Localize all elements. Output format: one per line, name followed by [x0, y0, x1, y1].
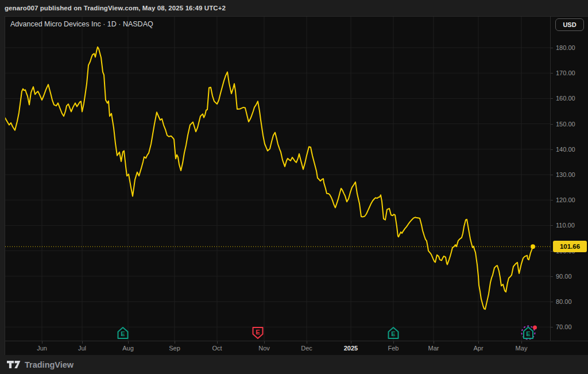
time-axis-label: May [509, 345, 534, 352]
time-scale[interactable]: JunJulAugSepOctNovDec2025FebMarAprMay [5, 341, 588, 356]
price-line-series [5, 47, 533, 310]
time-axis-label: Apr [466, 345, 491, 352]
time-axis-label: Nov [252, 345, 277, 352]
tradingview-logo-text: TradingView [25, 360, 74, 369]
time-axis-label: Dec [294, 345, 319, 352]
price-axis-label: 90.00 [556, 273, 572, 280]
publish-info-bar: genaro007 published on TradingView.com, … [0, 0, 588, 16]
price-axis-tick [551, 200, 553, 201]
svg-text:E: E [256, 329, 260, 336]
time-axis-tick [82, 341, 83, 344]
time-axis-label: Mar [421, 345, 446, 352]
time-axis-label: Aug [115, 345, 141, 352]
last-price-badge: 101.66 [553, 241, 587, 252]
tradingview-published-chart: genaro007 published on TradingView.com, … [0, 0, 588, 374]
time-axis-label: Oct [204, 345, 230, 352]
price-axis-tick [551, 73, 553, 74]
time-axis-label: Feb [381, 345, 406, 352]
svg-text:E: E [121, 330, 125, 337]
price-axis-tick [551, 276, 553, 277]
time-axis-label: Jul [69, 345, 95, 352]
price-axis-label: 170.00 [556, 70, 575, 77]
price-axis-label: 160.00 [556, 95, 575, 102]
time-axis-tick [264, 341, 265, 344]
chart-area[interactable]: EEEE [5, 17, 550, 341]
price-axis-tick [551, 175, 553, 175]
last-price-marker [531, 244, 535, 249]
price-axis-tick [551, 124, 553, 125]
time-axis-tick [393, 341, 394, 344]
price-scale[interactable]: USD 180.00170.00160.00150.00140.00130.00… [550, 17, 588, 341]
time-axis-label: Jun [29, 345, 55, 352]
time-axis-tick [434, 341, 434, 344]
time-axis-label: Sep [162, 345, 187, 352]
time-axis-tick [175, 341, 175, 344]
price-axis-label: 140.00 [556, 146, 575, 153]
tradingview-logo[interactable]: TradingView [7, 360, 74, 369]
price-axis-label: 180.00 [556, 44, 575, 52]
price-axis-tick [551, 98, 553, 99]
svg-text:E: E [391, 330, 395, 337]
time-axis-tick [42, 341, 42, 344]
footer-bar: TradingView [0, 355, 588, 374]
chart-widget[interactable]: Advanced Micro Devices Inc · 1D · NASDAQ… [5, 16, 588, 355]
price-axis-tick [551, 327, 553, 327]
price-axis-label: 150.00 [556, 121, 575, 128]
currency-usd-button[interactable]: USD [555, 18, 584, 31]
price-axis-label: 80.00 [556, 298, 572, 306]
price-chart-canvas[interactable] [5, 17, 550, 341]
time-axis-tick [217, 341, 218, 344]
price-axis-tick [551, 48, 553, 48]
time-axis-tick [351, 341, 351, 344]
price-axis-tick [551, 225, 553, 226]
time-axis-tick [307, 341, 307, 344]
time-axis-label: 2025 [338, 345, 363, 352]
price-axis-tick [551, 149, 553, 150]
price-axis-tick [551, 302, 553, 302]
svg-text:E: E [526, 330, 530, 337]
time-axis-tick [521, 341, 522, 344]
time-axis-tick [128, 341, 129, 344]
price-axis-label: 130.00 [556, 171, 575, 179]
price-axis-label: 70.00 [556, 323, 572, 331]
publish-info-text: genaro007 published on TradingView.com, … [5, 5, 226, 11]
time-axis-tick [478, 341, 479, 344]
price-axis-label: 120.00 [556, 196, 575, 204]
tradingview-logo-icon [7, 361, 21, 369]
symbol-title: Advanced Micro Devices Inc · 1D · NASDAQ [10, 20, 153, 28]
price-axis-label: 110.00 [556, 222, 575, 229]
